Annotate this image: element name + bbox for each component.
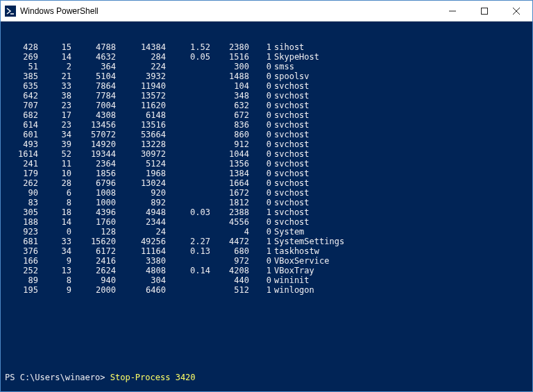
process-list: 428154788143841.5223801sihost26914463228… — [5, 42, 528, 295]
table-row: 241112364512413560svchost — [5, 159, 528, 169]
table-row: 5123642243000smss — [5, 62, 528, 71]
table-row: 385215104393214880spoolsv — [5, 71, 528, 81]
blank-line — [5, 343, 528, 353]
table-row: 6013457072536648600svchost — [5, 130, 528, 139]
table-row: 428154788143841.5223801sihost — [5, 42, 528, 52]
table-row: 906100892016720svchost — [5, 188, 528, 198]
table-row: 6142313456135168360svchost — [5, 120, 528, 130]
blank-line — [5, 314, 528, 324]
table-row: 30518439649480.0323881svchost — [5, 207, 528, 217]
svg-rect-3 — [482, 8, 488, 14]
entered-command: Stop-Process 3420 — [110, 373, 196, 382]
powershell-window: Windows PowerShell 428154788143841.52238… — [0, 0, 533, 392]
command-line: PS C:\Users\winaero> Stop-Process 3420 — [5, 373, 528, 382]
table-row: 68217430861486720svchost — [5, 110, 528, 120]
table-row: 2622867961302416640svchost — [5, 178, 528, 188]
titlebar[interactable]: Windows PowerShell — [1, 1, 532, 22]
table-row: 376346172111640.136801taskhostw — [5, 246, 528, 256]
table-row: 161452193443097210440svchost — [5, 149, 528, 159]
table-row: 8989403044400wininit — [5, 275, 528, 285]
table-row: 635337864119401040svchost — [5, 81, 528, 91]
table-row: 838100089218120svchost — [5, 198, 528, 207]
table-row: 2691446322840.0515161SkypeHost — [5, 52, 528, 62]
maximize-button[interactable] — [468, 1, 500, 22]
table-row: 707237004116206320svchost — [5, 101, 528, 110]
prompt-path: PS C:\Users\winaero> — [5, 373, 105, 382]
table-row: 1669241633809720VBoxService — [5, 256, 528, 266]
minimize-button[interactable] — [437, 1, 468, 22]
terminal-area[interactable]: 428154788143841.5223801sihost26914463228… — [1, 22, 532, 391]
table-row: 6813315620492562.2744721SystemSettings — [5, 237, 528, 246]
table-row: 4933914920132289120svchost — [5, 139, 528, 149]
table-row: 1959200064605121winlogon — [5, 285, 528, 295]
window-title: Windows PowerShell — [20, 6, 99, 16]
table-row: 92301282440System — [5, 227, 528, 237]
table-row: 179101856196813840svchost — [5, 169, 528, 178]
close-button[interactable] — [500, 1, 532, 22]
powershell-icon — [5, 6, 16, 17]
table-row: 642387784135723480svchost — [5, 91, 528, 101]
table-row: 188141760234445560svchost — [5, 217, 528, 227]
table-row: 25213262448080.1442081VBoxTray — [5, 266, 528, 275]
